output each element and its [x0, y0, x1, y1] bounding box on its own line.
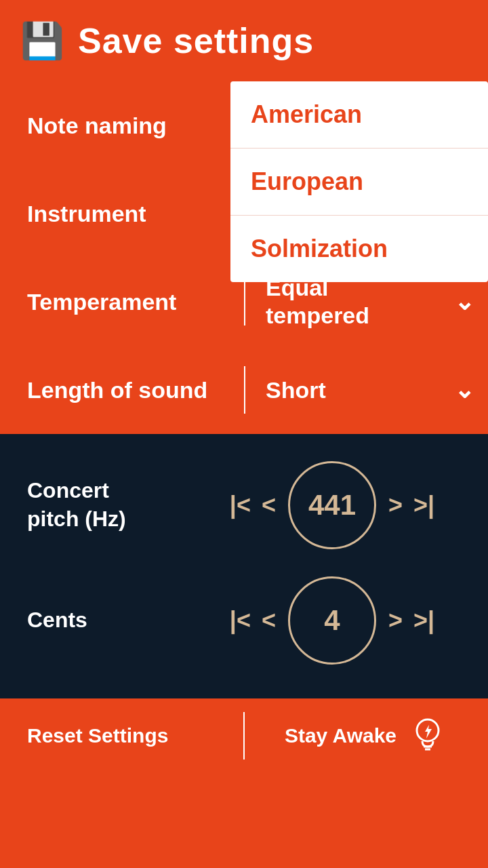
concert-pitch-row: Concertpitch (Hz) |< < 441 > >|	[0, 448, 488, 563]
concert-pitch-circle: 441	[288, 461, 376, 549]
length-of-sound-value-area[interactable]: Short ⌄	[245, 376, 488, 404]
temperament-value-area[interactable]: Equaltempered ⌄	[245, 274, 488, 330]
cents-skip-end[interactable]: >|	[408, 606, 440, 635]
note-naming-row: Note naming American European Solmizatio…	[0, 81, 488, 170]
concert-pitch-prev[interactable]: <	[256, 491, 281, 519]
header-title: Save settings	[78, 20, 314, 61]
concert-pitch-label: Concertpitch (Hz)	[0, 477, 176, 533]
length-of-sound-label: Length of sound	[0, 377, 244, 403]
settings-area: Note naming American European Solmizatio…	[0, 81, 488, 434]
length-of-sound-current: Short	[266, 376, 326, 404]
reset-settings-label: Reset Settings	[27, 724, 168, 747]
temperament-label: Temperament	[0, 289, 244, 315]
concert-pitch-controls: |< < 441 > >|	[176, 461, 488, 549]
instrument-label: Instrument	[0, 201, 244, 227]
concert-pitch-skip-end[interactable]: >|	[408, 491, 440, 519]
cents-value: 4	[324, 604, 340, 637]
length-of-sound-chevron[interactable]: ⌄	[454, 376, 474, 404]
temperament-chevron[interactable]: ⌄	[454, 288, 474, 316]
cents-row: Cents |< < 4 > >|	[0, 563, 488, 678]
cents-prev[interactable]: <	[256, 606, 281, 635]
temperament-current: Equaltempered	[266, 274, 369, 330]
cents-label: Cents	[0, 606, 176, 635]
cents-circle: 4	[288, 576, 376, 665]
note-naming-dropdown[interactable]: American European Solmization	[230, 81, 488, 282]
length-of-sound-row: Length of sound Short ⌄	[0, 346, 488, 434]
reset-settings-button[interactable]: Reset Settings	[0, 724, 243, 747]
dropdown-option-european[interactable]: European	[230, 149, 488, 216]
cents-controls: |< < 4 > >|	[176, 576, 488, 665]
note-naming-label: Note naming	[0, 113, 244, 139]
concert-pitch-value: 441	[308, 489, 356, 521]
concert-pitch-skip-start[interactable]: |<	[224, 491, 256, 519]
note-naming-value-area[interactable]: American European Solmization ⌄	[245, 111, 488, 140]
footer: Reset Settings Stay Awake	[0, 698, 488, 773]
stay-awake-label: Stay Awake	[285, 724, 396, 747]
bulb-icon	[407, 715, 448, 756]
save-icon: 💾	[20, 20, 64, 62]
dropdown-option-american[interactable]: American	[230, 81, 488, 149]
stay-awake-button[interactable]: Stay Awake	[245, 715, 488, 756]
header: 💾 Save settings	[0, 0, 488, 81]
concert-pitch-next[interactable]: >	[383, 491, 408, 519]
dark-section: Concertpitch (Hz) |< < 441 > >| Cents |<…	[0, 434, 488, 698]
cents-skip-start[interactable]: |<	[224, 606, 256, 635]
dropdown-option-solmization[interactable]: Solmization	[230, 216, 488, 282]
cents-next[interactable]: >	[383, 606, 408, 635]
